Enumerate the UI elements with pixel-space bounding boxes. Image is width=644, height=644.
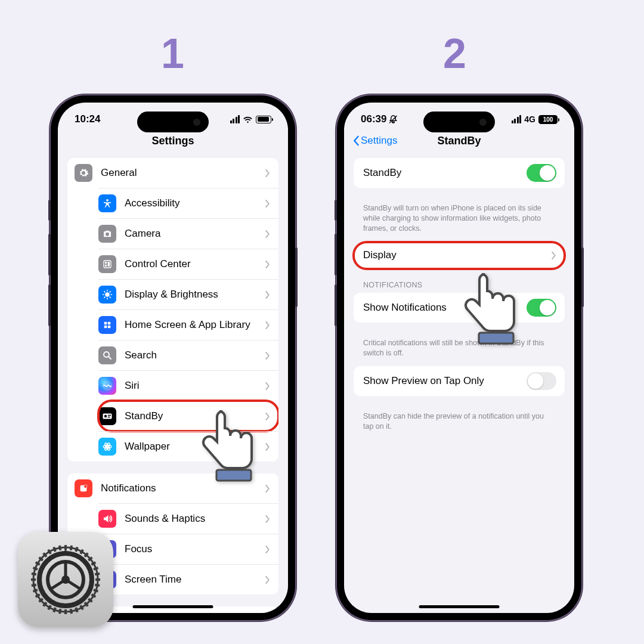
step-number-1: 1 <box>161 30 184 78</box>
settings-row-sounds-haptics[interactable]: Sounds & Haptics <box>98 503 278 534</box>
svg-point-6 <box>105 292 110 297</box>
home-indicator[interactable] <box>419 605 500 608</box>
settings-row-siri[interactable]: Siri <box>98 370 278 401</box>
phone-frame-2: 06:39 4G 100 Settings StandBy StandBy <box>337 95 581 620</box>
svg-point-1 <box>106 233 109 236</box>
chevron-right-icon <box>265 382 270 390</box>
settings-row-screen-time[interactable]: Screen Time <box>98 564 278 595</box>
back-button[interactable]: Settings <box>352 135 397 147</box>
settings-app-icon <box>18 532 113 627</box>
chevron-right-icon <box>265 352 270 360</box>
row-label: Notifications <box>101 482 265 494</box>
search-icon <box>98 346 116 364</box>
status-time: 06:39 <box>361 113 386 125</box>
svg-rect-43 <box>95 578 100 581</box>
row-label: Home Screen & App Library <box>125 319 265 331</box>
svg-rect-5 <box>105 265 107 267</box>
chevron-right-icon <box>265 576 270 584</box>
svg-rect-62 <box>32 572 37 575</box>
show-notifications-group: Show Notifications <box>354 293 565 323</box>
settings-row-display-brightness[interactable]: Display & Brightness <box>98 279 278 309</box>
display-row-group: Display <box>354 242 565 269</box>
svg-rect-15 <box>108 415 111 416</box>
svg-rect-9 <box>104 326 107 329</box>
notifications-header: NOTIFICATIONS <box>354 281 565 293</box>
silent-icon <box>389 115 398 124</box>
svg-rect-16 <box>108 417 110 418</box>
svg-rect-42 <box>95 572 100 575</box>
svg-rect-7 <box>104 322 107 325</box>
settings-row-standby[interactable]: StandBy <box>98 401 278 431</box>
battery-icon: 100 <box>538 115 558 124</box>
chevron-right-icon <box>265 485 270 493</box>
settings-row-search[interactable]: Search <box>98 340 278 370</box>
svg-rect-10 <box>108 326 111 329</box>
chevron-right-icon <box>265 230 270 238</box>
settings-row-wallpaper[interactable]: Wallpaper <box>98 431 278 462</box>
svg-rect-8 <box>108 322 111 325</box>
dynamic-island <box>423 112 495 132</box>
sounds-icon <box>98 510 116 528</box>
siri-icon <box>98 377 116 395</box>
row-label: Search <box>125 349 265 361</box>
chevron-right-icon <box>265 200 270 208</box>
notifications-icon <box>75 479 92 497</box>
preview-row[interactable]: Show Preview on Tap Only <box>354 366 565 396</box>
svg-rect-3 <box>105 262 107 264</box>
svg-point-14 <box>104 415 107 418</box>
settings-row-focus[interactable]: Focus <box>98 534 278 564</box>
row-label: General <box>101 167 265 179</box>
standby-toggle[interactable] <box>527 164 556 182</box>
brightness-icon <box>98 286 116 304</box>
row-label: Wallpaper <box>125 441 265 453</box>
battery-icon <box>256 116 271 123</box>
settings-row-home-screen-app-library[interactable]: Home Screen & App Library <box>98 309 278 340</box>
svg-rect-51 <box>70 609 73 614</box>
svg-rect-2 <box>104 261 111 268</box>
nav-bar: Settings <box>58 129 288 154</box>
show-notifications-toggle[interactable] <box>527 299 556 317</box>
standby-icon <box>98 407 116 425</box>
row-label: StandBy <box>363 167 527 179</box>
svg-rect-52 <box>64 609 67 614</box>
row-label: Siri <box>125 380 265 392</box>
svg-rect-61 <box>31 578 36 581</box>
row-label: Show Preview on Tap Only <box>363 375 527 387</box>
settings-group-1: General Accessibility Camera Control Cen… <box>67 158 278 462</box>
settings-row-camera[interactable]: Camera <box>98 218 278 249</box>
wifi-icon <box>243 116 253 123</box>
svg-rect-35 <box>70 546 73 551</box>
chevron-right-icon <box>265 515 270 523</box>
settings-row-general[interactable]: General <box>67 158 278 188</box>
cellular-icon <box>512 115 522 123</box>
standby-footer-text: StandBy will turn on when iPhone is plac… <box>354 200 565 242</box>
settings-row-accessibility[interactable]: Accessibility <box>98 188 278 218</box>
svg-rect-4 <box>108 262 110 267</box>
row-label: Focus <box>125 543 265 555</box>
chevron-right-icon <box>265 169 270 177</box>
row-label: Display & Brightness <box>125 289 265 301</box>
row-label: Control Center <box>125 258 265 270</box>
svg-point-0 <box>106 199 109 202</box>
chevron-right-icon <box>265 291 270 299</box>
row-label: StandBy <box>125 410 265 422</box>
show-notifications-row[interactable]: Show Notifications <box>354 293 565 323</box>
accessibility-icon <box>98 194 116 212</box>
standby-toggle-group: StandBy <box>354 158 565 188</box>
home-indicator[interactable] <box>133 605 213 608</box>
control-center-icon <box>98 255 116 273</box>
chevron-right-icon <box>552 252 556 259</box>
row-label: Show Notifications <box>363 302 527 314</box>
network-label: 4G <box>524 114 535 124</box>
camera-icon <box>98 225 116 243</box>
settings-row-control-center[interactable]: Control Center <box>98 249 278 279</box>
display-row[interactable]: Display <box>354 242 565 269</box>
gear-icon <box>75 164 92 182</box>
settings-row-notifications[interactable]: Notifications <box>67 473 278 503</box>
chevron-right-icon <box>265 413 270 420</box>
svg-rect-44 <box>95 584 100 587</box>
preview-toggle[interactable] <box>527 372 556 390</box>
svg-rect-34 <box>64 545 67 550</box>
svg-point-22 <box>84 485 87 488</box>
standby-toggle-row[interactable]: StandBy <box>354 158 565 188</box>
